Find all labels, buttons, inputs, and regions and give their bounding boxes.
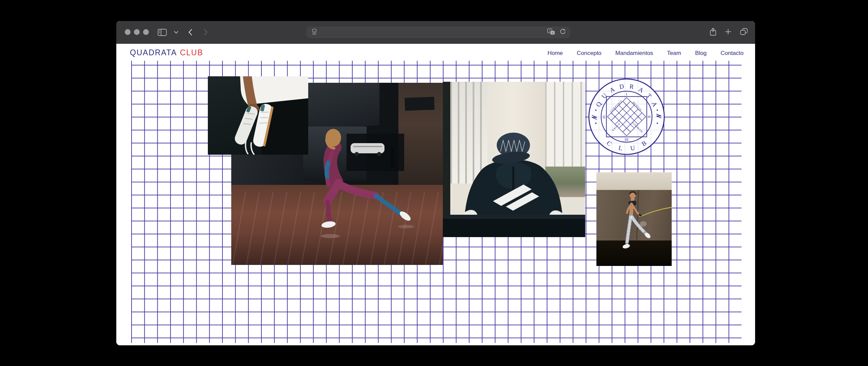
webpage: QUADRATACLUB Home Concepto Mandamientos …: [116, 44, 755, 345]
minimize-button[interactable]: [134, 29, 140, 35]
jump-rope-photo: [596, 172, 672, 266]
chevron-down-icon[interactable]: [174, 21, 178, 43]
logo-secondary: CLUB: [180, 48, 203, 57]
safari-window: A ✳: [116, 21, 755, 345]
svg-text:✳: ✳: [551, 31, 554, 34]
reebok-figure: [443, 82, 585, 237]
svg-text:I: I: [626, 92, 627, 96]
share-icon[interactable]: [710, 28, 716, 37]
main-nav: Home Concepto Mandamientos Team Blog Con…: [548, 50, 744, 57]
address-bar[interactable]: A ✳: [307, 27, 570, 38]
nav-item-mandamientos[interactable]: Mandamientos: [615, 50, 653, 57]
page-format-icon[interactable]: [311, 29, 317, 36]
zoom-button[interactable]: [143, 29, 149, 35]
tab-overview-icon[interactable]: [740, 28, 748, 37]
nav-item-home[interactable]: Home: [548, 50, 563, 57]
sidebar-icon[interactable]: [158, 21, 167, 43]
window-controls: [125, 29, 149, 35]
nav-item-concepto[interactable]: Concepto: [577, 50, 601, 57]
club-seal-stamp: QUADRATACLUBIIIIIIIVCORPORISMENTISHOMINI…: [587, 77, 666, 156]
svg-text:A: A: [549, 29, 551, 33]
browser-toolbar: A ✳: [116, 21, 755, 44]
close-button[interactable]: [125, 29, 131, 35]
jump-rope-figure: [596, 172, 672, 266]
svg-text:II: II: [647, 115, 651, 118]
nav-item-blog[interactable]: Blog: [695, 50, 707, 57]
reebok-jacket-photo: [443, 82, 585, 237]
svg-text:III: III: [625, 137, 629, 141]
back-icon[interactable]: [188, 21, 192, 43]
site-logo[interactable]: QUADRATACLUB: [130, 48, 203, 57]
forward-icon[interactable]: [204, 21, 208, 43]
desktop-background: A ✳: [0, 0, 868, 366]
sneakers-figure: [208, 76, 308, 155]
nav-item-team[interactable]: Team: [667, 50, 681, 57]
reload-icon[interactable]: [560, 28, 566, 36]
logo-primary: QUADRATA: [130, 48, 177, 57]
new-tab-icon[interactable]: [725, 29, 731, 36]
nav-item-contacto[interactable]: Contacto: [721, 50, 744, 57]
translate-icon[interactable]: A ✳: [547, 28, 555, 36]
sneakers-photo: [208, 76, 308, 155]
svg-text:IV: IV: [602, 115, 606, 119]
